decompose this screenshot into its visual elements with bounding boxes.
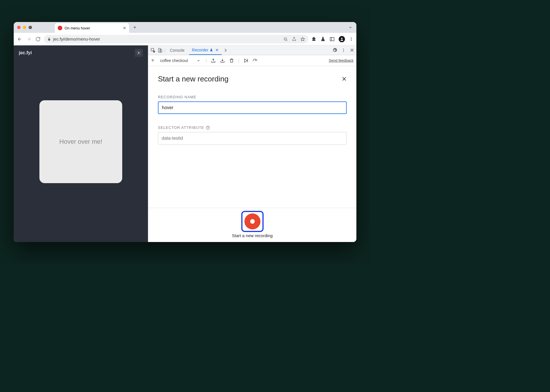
add-recording-button[interactable]: + [151, 57, 154, 64]
minimize-window-button[interactable] [23, 26, 26, 29]
new-tab-button[interactable]: + [131, 25, 139, 31]
content-area: jec.fyi Hover over me! | Console Recorde… [14, 45, 356, 242]
svg-marker-6 [301, 37, 304, 41]
browser-tab[interactable]: On menu hover ✕ [55, 23, 129, 33]
favicon-icon [58, 26, 62, 30]
play-icon[interactable] [243, 58, 248, 63]
svg-point-26 [343, 50, 344, 51]
svg-point-9 [341, 38, 343, 39]
browser-window: On menu hover ✕ + jec.fyi/demo/menu-hove… [14, 22, 356, 242]
close-recorder-tab-button[interactable]: ✕ [215, 48, 219, 52]
lock-icon [47, 37, 51, 41]
device-toggle-icon[interactable] [157, 48, 162, 53]
export-icon[interactable] [211, 58, 216, 63]
svg-line-32 [255, 60, 256, 61]
svg-point-13 [138, 52, 140, 54]
panel-header: Start a new recording ✕ [158, 75, 347, 83]
close-tab-button[interactable]: ✕ [123, 26, 126, 30]
svg-point-12 [351, 40, 352, 41]
chevron-down-icon [197, 59, 200, 62]
import-icon[interactable] [220, 58, 225, 63]
svg-point-25 [343, 49, 344, 49]
profile-avatar[interactable] [339, 36, 345, 42]
settings-gear-icon[interactable] [332, 48, 337, 53]
send-feedback-link[interactable]: Send feedback [329, 58, 354, 63]
tab-title: On menu hover [65, 26, 121, 30]
selector-attribute-label: SELECTOR ATTRIBUTE [158, 125, 347, 130]
svg-line-21 [137, 54, 138, 54]
extensions-icon[interactable] [311, 37, 316, 42]
close-devtools-button[interactable]: ✕ [350, 47, 354, 53]
svg-marker-30 [244, 59, 247, 62]
svg-point-27 [343, 51, 344, 52]
theme-toggle-button[interactable] [135, 49, 143, 57]
inspect-element-icon[interactable] [150, 48, 156, 53]
svg-line-19 [140, 54, 140, 54]
svg-point-10 [351, 37, 352, 38]
selector-attribute-field: SELECTOR ATTRIBUTE [158, 125, 347, 145]
bookmark-star-icon[interactable] [300, 37, 305, 41]
record-button-label: Start a new recording [232, 233, 273, 238]
hover-card[interactable]: Hover over me! [39, 100, 122, 183]
speed-icon[interactable] [252, 58, 258, 63]
recording-name-input[interactable] [158, 101, 347, 114]
share-icon[interactable] [292, 37, 296, 41]
forward-button[interactable] [26, 37, 32, 42]
delete-icon[interactable] [229, 58, 234, 63]
more-tabs-icon[interactable] [223, 48, 228, 53]
recorder-toolbar: + coffee checkout | | Send feedback [148, 55, 356, 66]
selector-attribute-input[interactable] [158, 132, 347, 145]
flask-icon[interactable] [320, 37, 326, 42]
flask-small-icon [210, 48, 213, 52]
record-button-highlight [241, 211, 264, 232]
address-bar[interactable]: jec.fyi/demo/menu-hover [44, 35, 308, 43]
menu-kebab-icon[interactable] [349, 37, 354, 41]
tabbar-chevron-icon[interactable] [348, 25, 352, 29]
svg-line-18 [137, 51, 138, 52]
svg-line-20 [140, 51, 140, 52]
recording-name-field: RECORDING NAME [158, 95, 347, 114]
url-actions [283, 37, 305, 41]
panel-icon[interactable] [330, 37, 335, 42]
page-brand: jec.fyi [19, 50, 32, 55]
recorder-panel: Start a new recording ✕ RECORDING NAME S… [148, 66, 356, 208]
svg-point-34 [208, 129, 208, 129]
svg-rect-7 [330, 37, 334, 41]
devtools-tabstrip: | Console Recorder ✕ ✕ [148, 45, 356, 55]
toolbar-icons [311, 36, 354, 42]
titlebar: On menu hover ✕ + [14, 22, 356, 33]
tab-recorder[interactable]: Recorder ✕ [189, 45, 222, 55]
svg-point-11 [351, 39, 352, 39]
svg-line-4 [286, 40, 287, 41]
svg-rect-24 [160, 49, 162, 52]
page-viewport: jec.fyi Hover over me! [14, 45, 148, 242]
help-icon[interactable] [206, 126, 210, 130]
recording-name-label: RECORDING NAME [158, 95, 347, 99]
svg-rect-23 [158, 48, 161, 52]
record-bar: Start a new recording [148, 208, 356, 242]
record-button[interactable] [244, 213, 260, 229]
devtools-menu-icon[interactable] [341, 48, 346, 53]
recording-dropdown[interactable]: coffee checkout [158, 58, 202, 63]
page-header: jec.fyi [14, 45, 148, 60]
zoom-out-icon[interactable] [283, 37, 288, 41]
close-window-button[interactable] [17, 26, 21, 29]
hover-card-text: Hover over me! [59, 138, 102, 145]
back-button[interactable] [17, 37, 23, 42]
url-text: jec.fyi/demo/menu-hover [53, 37, 100, 41]
panel-title: Start a new recording [158, 75, 228, 83]
reload-button[interactable] [35, 37, 41, 42]
addressbar-row: jec.fyi/demo/menu-hover [14, 33, 356, 45]
devtools-panel: | Console Recorder ✕ ✕ + coffee checkout [148, 45, 356, 242]
close-panel-button[interactable]: ✕ [342, 75, 347, 83]
tab-console[interactable]: Console [167, 45, 187, 55]
maximize-window-button[interactable] [29, 26, 32, 29]
traffic-lights [17, 26, 32, 29]
